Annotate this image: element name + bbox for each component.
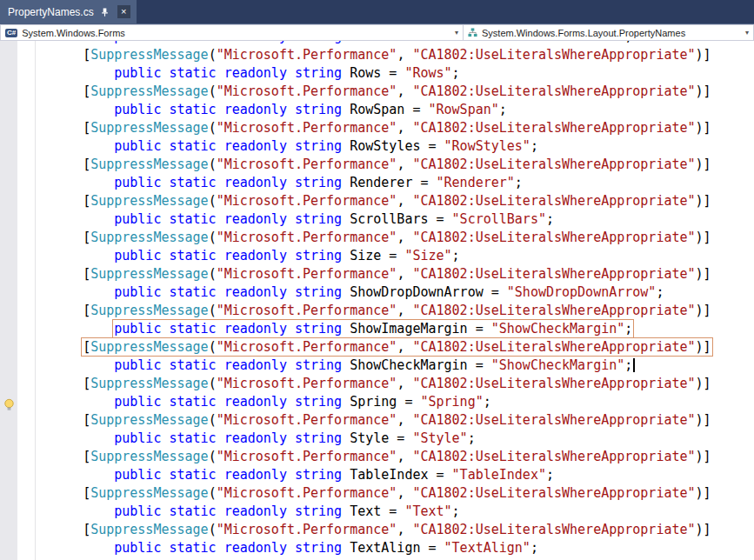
code-line[interactable]: public static readonly string Spring = "… <box>51 393 754 411</box>
code-line[interactable]: public static readonly string Text = "Te… <box>51 503 754 521</box>
code-token: public static readonly string <box>114 211 342 227</box>
code-indent <box>51 485 83 501</box>
code-token: )] <box>696 376 711 391</box>
code-line[interactable]: [SuppressMessage("Microsoft.Performance"… <box>51 375 754 393</box>
code-token: [ <box>83 266 90 282</box>
code-token: "Microsoft.Performance" <box>217 120 397 136</box>
code-token: "RowStyles" <box>444 138 530 154</box>
code-token: "CA1802:UseLiteralsWhereAppropriate" <box>412 485 695 501</box>
code-line[interactable]: [SuppressMessage("Microsoft.Performance"… <box>51 411 754 430</box>
code-token: ( <box>209 266 217 282</box>
code-token: [ <box>83 47 90 63</box>
code-line[interactable]: [SuppressMessage("Microsoft.Performance"… <box>51 265 754 283</box>
code-token: public static readonly string <box>114 321 342 337</box>
code-line[interactable]: [SuppressMessage("Microsoft.Performance"… <box>51 156 754 174</box>
code-token: , <box>397 83 412 99</box>
document-tab[interactable]: PropertyNames.cs × <box>0 0 137 23</box>
code-line[interactable]: public static readonly string ScrollBars… <box>51 210 754 229</box>
code-indent <box>51 339 83 355</box>
code-token: ; <box>530 540 538 556</box>
code-line[interactable]: public static readonly string TableIndex… <box>51 466 754 484</box>
pin-icon[interactable] <box>100 7 110 17</box>
code-token: public static readonly string <box>114 138 342 154</box>
code-indent <box>51 230 83 245</box>
code-token: "CA1802:UseLiteralsWhereAppropriate" <box>412 47 695 63</box>
code-indent <box>51 321 114 337</box>
member-dropdown[interactable]: System.Windows.Forms.Layout.PropertyName… <box>464 24 754 41</box>
code-token: ; <box>624 321 632 337</box>
code-token: public static readonly string <box>114 41 342 44</box>
code-token: ( <box>209 120 217 136</box>
code-line-content: public static readonly string TableIndex… <box>114 467 554 483</box>
code-token <box>342 430 350 446</box>
code-token <box>342 284 350 300</box>
code-token: ( <box>209 339 217 355</box>
code-token: [ <box>83 303 90 318</box>
code-line-content: [SuppressMessage("Microsoft.Performance"… <box>83 120 711 136</box>
code-token: [ <box>83 120 90 136</box>
code-line[interactable]: public static readonly string Rows = "Ro… <box>51 64 754 83</box>
code-token: ( <box>209 449 217 464</box>
code-line[interactable]: [SuppressMessage("Microsoft.Performance"… <box>51 484 754 503</box>
code-token: public static readonly string <box>114 394 342 410</box>
code-token <box>342 248 350 263</box>
code-token: , <box>397 157 412 172</box>
code-line[interactable]: [SuppressMessage("Microsoft.Performance"… <box>51 192 754 210</box>
code-token: SuppressMessage <box>90 303 208 318</box>
code-token: public static readonly string <box>114 467 342 483</box>
code-token: ; <box>484 394 491 410</box>
code-line[interactable]: [SuppressMessage("Microsoft.Performance"… <box>51 229 754 247</box>
code-line[interactable]: public static readonly string ShowCheckM… <box>51 357 754 375</box>
code-line[interactable]: public static readonly string RowStyles … <box>51 137 754 156</box>
code-line-content: [SuppressMessage("Microsoft.Performance"… <box>83 303 711 318</box>
code-line[interactable]: public static readonly string TextAlign … <box>51 539 754 557</box>
code-token: )] <box>696 120 711 136</box>
code-line[interactable]: public static readonly string Size = "Si… <box>51 247 754 265</box>
code-indent <box>51 284 114 300</box>
code-line[interactable]: [SuppressMessage("Microsoft.Performance"… <box>51 448 754 466</box>
quick-actions-lightbulb-icon[interactable] <box>3 398 16 411</box>
code-line[interactable]: public static readonly string Style = "S… <box>51 430 754 448</box>
code-token: ; <box>546 467 554 483</box>
project-dropdown[interactable]: C# System.Windows.Forms ▾ <box>0 24 464 41</box>
code-line[interactable]: [SuppressMessage("Microsoft.Performance"… <box>51 46 754 64</box>
code-token <box>342 540 350 556</box>
code-indent <box>51 430 114 446</box>
close-icon[interactable]: × <box>117 5 130 18</box>
code-line[interactable]: [SuppressMessage("Microsoft.Performance"… <box>51 338 754 357</box>
code-token: "Microsoft.Performance" <box>217 266 397 282</box>
code-token: [ <box>83 522 90 537</box>
code-token: "Rows" <box>404 65 451 81</box>
code-token: "CA1802:UseLiteralsWhereAppropriate" <box>412 266 695 282</box>
code-token: )] <box>696 47 711 63</box>
code-token: "RowSpan" <box>429 102 499 117</box>
code-line[interactable]: public static readonly string ShowDropDo… <box>51 283 754 302</box>
code-indent <box>51 41 114 44</box>
chevron-down-icon[interactable]: ▾ <box>455 30 458 37</box>
code-token: public static readonly string <box>114 102 342 117</box>
code-line-content: [SuppressMessage("Microsoft.Performance"… <box>83 485 711 501</box>
code-line[interactable]: public static readonly string RowSpan = … <box>51 101 754 119</box>
code-token: public static readonly string <box>114 430 342 446</box>
code-token: = <box>412 175 436 190</box>
code-line[interactable]: [SuppressMessage("Microsoft.Performance"… <box>51 119 754 137</box>
code-indent <box>51 540 114 556</box>
code-indent <box>51 120 83 136</box>
code-token: ; <box>656 284 664 300</box>
code-token: "Size" <box>404 248 451 263</box>
code-line[interactable]: public static readonly string ShowImageM… <box>51 320 754 338</box>
code-line[interactable]: [SuppressMessage("Microsoft.Performance"… <box>51 521 754 539</box>
code-token: "Microsoft.Performance" <box>217 339 397 355</box>
code-line[interactable]: public static readonly string Renderer =… <box>51 174 754 192</box>
code-token: public static readonly string <box>114 503 342 519</box>
chevron-down-icon[interactable]: ▾ <box>745 30 749 37</box>
code-line[interactable]: [SuppressMessage("Microsoft.Performance"… <box>51 302 754 320</box>
code-indent <box>51 412 83 428</box>
code-line-content: public static readonly string Spring = "… <box>114 394 491 410</box>
code-token <box>342 357 350 373</box>
code-token: SuppressMessage <box>90 522 208 537</box>
code-line[interactable]: [SuppressMessage("Microsoft.Performance"… <box>51 83 754 101</box>
code-token: [ <box>83 83 90 99</box>
code-token: Text <box>350 503 381 519</box>
code-editor[interactable]: public static readonly string RowHeaderS… <box>0 41 754 560</box>
